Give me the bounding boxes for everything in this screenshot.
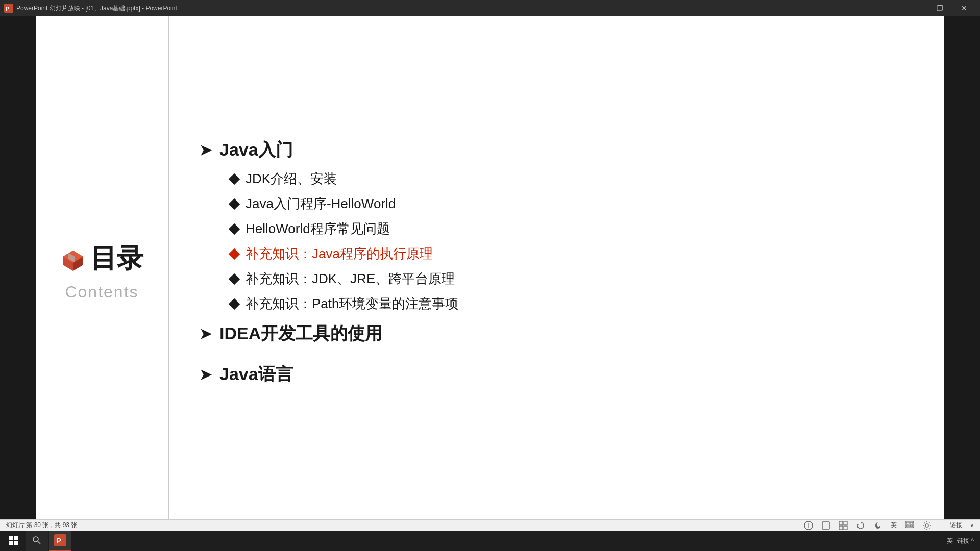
close-button[interactable]: ✕ <box>952 0 976 16</box>
lang-indicator: 英 <box>891 521 897 530</box>
svg-point-20 <box>33 537 38 542</box>
svg-rect-9 <box>839 521 843 525</box>
section-title-text-1: Java入门 <box>219 138 293 162</box>
logo-area: 目录 <box>61 241 143 277</box>
right-content: ➤ Java入门 JDK介绍、安装 Java入门程序-HelloWorld He… <box>169 16 944 525</box>
start-button[interactable] <box>2 531 24 551</box>
link-text: 链接 <box>950 521 962 530</box>
cube-icon <box>61 246 85 271</box>
info-icon: i <box>804 521 813 530</box>
view-slideshow-icon <box>905 521 914 530</box>
slide-container: 目录 Contents ➤ Java入门 JDK介绍、安装 Java入门程序-H… <box>36 16 944 525</box>
svg-point-19 <box>925 524 928 527</box>
svg-rect-17 <box>906 525 909 527</box>
diamond-icon-6 <box>229 298 240 310</box>
svg-text:P: P <box>6 6 9 12</box>
title-bar-controls: — ❐ ✕ <box>903 0 976 16</box>
svg-rect-8 <box>822 522 829 529</box>
diamond-icon-3 <box>229 223 240 235</box>
bullet-jre-text: 补充知识：JDK、JRE、跨平台原理 <box>246 270 455 288</box>
svg-rect-10 <box>844 521 847 525</box>
search-icon <box>32 536 41 545</box>
bullet-jdk: JDK介绍、安装 <box>230 170 914 188</box>
section-title-text-3: Java语言 <box>219 363 293 386</box>
left-black-panel <box>0 16 36 527</box>
bullet-list-java-intro: JDK介绍、安装 Java入门程序-HelloWorld HelloWorld程… <box>200 170 914 313</box>
arrow-icon-3: ➤ <box>200 366 211 383</box>
taskbar: P 英 链接 ^ <box>0 531 980 551</box>
slide-title-zh: 目录 <box>90 241 143 277</box>
settings-icon <box>922 521 932 530</box>
diamond-icon-5 <box>229 273 240 285</box>
bullet-jre: 补充知识：JDK、JRE、跨平台原理 <box>230 270 914 288</box>
powerpoint-icon: P <box>4 4 13 13</box>
taskbar-time: 链接 ^ <box>957 537 974 545</box>
status-left: 幻灯片 第 30 张，共 93 张 <box>6 521 77 530</box>
section-java-lang: ➤ Java语言 <box>200 363 914 394</box>
moon-icon <box>873 521 883 530</box>
status-right: i 英 链接 ∧ <box>804 521 974 530</box>
title-bar-left: P PowerPoint 幻灯片放映 - [01、Java基础.pptx] - … <box>4 4 177 13</box>
diamond-icon-1 <box>229 173 240 185</box>
section-java-intro: ➤ Java入门 JDK介绍、安装 Java入门程序-HelloWorld He… <box>200 138 914 313</box>
svg-marker-13 <box>857 524 859 525</box>
svg-rect-16 <box>910 522 913 524</box>
arrow-icon-2: ➤ <box>200 325 211 342</box>
section-idea: ➤ IDEA开发工具的使用 <box>200 322 914 354</box>
minimize-button[interactable]: — <box>903 0 927 16</box>
slide-title-en: Contents <box>65 283 138 302</box>
diamond-icon-4-red <box>229 248 240 260</box>
powerpoint-taskbar-icon: P <box>54 534 66 546</box>
svg-rect-15 <box>906 522 909 524</box>
bullet-execution: 补充知识：Java程序的执行原理 <box>230 245 914 263</box>
right-black-panel <box>944 16 980 527</box>
taskbar-search[interactable] <box>26 531 48 551</box>
svg-rect-12 <box>844 526 847 530</box>
title-bar-text: PowerPoint 幻灯片放映 - [01、Java基础.pptx] - Po… <box>16 4 177 13</box>
section-title-java-lang: ➤ Java语言 <box>200 363 914 386</box>
arrow-icon-1: ➤ <box>200 142 211 159</box>
bullet-execution-text: 补充知识：Java程序的执行原理 <box>246 245 433 263</box>
section-title-idea: ➤ IDEA开发工具的使用 <box>200 322 914 345</box>
taskbar-lang: 英 <box>947 537 953 545</box>
svg-rect-18 <box>910 525 913 527</box>
diamond-icon-2 <box>229 198 240 210</box>
bullet-helloworld-text: Java入门程序-HelloWorld <box>246 195 396 213</box>
bullet-path: 补充知识：Path环境变量的注意事项 <box>230 295 914 313</box>
windows-icon <box>9 536 18 545</box>
caret-icon: ∧ <box>970 522 974 528</box>
title-bar: P PowerPoint 幻灯片放映 - [01、Java基础.pptx] - … <box>0 0 980 16</box>
view-grid-icon <box>839 521 848 530</box>
svg-text:i: i <box>808 523 809 529</box>
left-panel: 目录 Contents <box>36 16 168 525</box>
refresh-icon <box>856 521 865 530</box>
svg-text:P: P <box>56 536 61 545</box>
bullet-helloworld-issues-text: HelloWorld程序常见问题 <box>246 220 390 238</box>
bullet-helloworld: Java入门程序-HelloWorld <box>230 195 914 213</box>
bullet-jdk-text: JDK介绍、安装 <box>246 170 337 188</box>
slide-info: 幻灯片 第 30 张，共 93 张 <box>6 521 77 530</box>
taskbar-right: 英 链接 ^ <box>947 537 978 545</box>
status-bar: 幻灯片 第 30 张，共 93 张 i 英 <box>0 519 980 531</box>
taskbar-powerpoint[interactable]: P <box>49 531 71 551</box>
bullet-path-text: 补充知识：Path环境变量的注意事项 <box>246 295 459 313</box>
bullet-helloworld-issues: HelloWorld程序常见问题 <box>230 220 914 238</box>
svg-rect-11 <box>839 526 843 530</box>
view-normal-icon <box>821 521 830 530</box>
maximize-button[interactable]: ❐ <box>928 0 951 16</box>
section-title-java-intro: ➤ Java入门 <box>200 138 914 162</box>
section-title-text-2: IDEA开发工具的使用 <box>219 322 382 345</box>
svg-line-21 <box>38 541 40 544</box>
